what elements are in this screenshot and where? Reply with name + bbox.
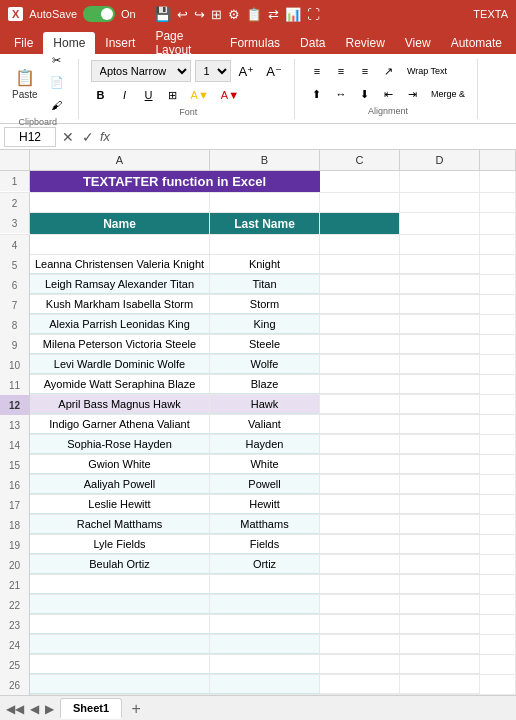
sheet-nav-prev[interactable]: ◀: [28, 702, 41, 716]
formula-confirm-button[interactable]: ✓: [80, 129, 96, 145]
cell-1c[interactable]: [320, 171, 400, 192]
cell-8d[interactable]: [400, 315, 480, 334]
cell-13d[interactable]: [400, 415, 480, 434]
cell-21a[interactable]: [30, 575, 210, 594]
cell-16c[interactable]: [320, 475, 400, 494]
cell-7c[interactable]: [320, 295, 400, 314]
cell-12b[interactable]: Hawk: [210, 395, 320, 414]
cell-11b[interactable]: Blaze: [210, 375, 320, 394]
cell-18c[interactable]: [320, 515, 400, 534]
cell-6a[interactable]: Leigh Ramsay Alexander Titan: [30, 275, 210, 294]
form-icon[interactable]: 📋: [246, 7, 262, 22]
bold-button[interactable]: B: [91, 85, 111, 105]
cell-15a[interactable]: Gwion White: [30, 455, 210, 474]
font-color-button[interactable]: A▼: [217, 85, 243, 105]
cell-22c[interactable]: [320, 595, 400, 614]
cell-1d[interactable]: [400, 171, 480, 192]
formula-cancel-button[interactable]: ✕: [60, 129, 76, 145]
cell-9a[interactable]: Milena Peterson Victoria Steele: [30, 335, 210, 354]
cell-24a[interactable]: [30, 635, 210, 654]
arrows-icon[interactable]: ⇄: [268, 7, 279, 22]
cell-reference-input[interactable]: [4, 127, 56, 147]
cell-19b[interactable]: Fields: [210, 535, 320, 554]
cell-25c[interactable]: [320, 655, 400, 674]
increase-font-button[interactable]: A⁺: [235, 61, 259, 81]
cell-18d[interactable]: [400, 515, 480, 534]
cell-9d[interactable]: [400, 335, 480, 354]
title-cell[interactable]: TEXTAFTER function in Excel: [30, 171, 320, 192]
cell-21c[interactable]: [320, 575, 400, 594]
cell-16b[interactable]: Powell: [210, 475, 320, 494]
tab-data[interactable]: Data: [290, 32, 335, 54]
cell-14a[interactable]: Sophia-Rose Hayden: [30, 435, 210, 454]
underline-button[interactable]: U: [139, 85, 159, 105]
cell-19d[interactable]: [400, 535, 480, 554]
cell-5d[interactable]: [400, 255, 480, 274]
cell-17c[interactable]: [320, 495, 400, 514]
cell-26a[interactable]: [30, 675, 210, 694]
font-size-selector[interactable]: 11: [195, 60, 231, 82]
cell-4c[interactable]: [320, 235, 400, 254]
cell-20d[interactable]: [400, 555, 480, 574]
cell-4b[interactable]: [210, 235, 320, 254]
redo-icon[interactable]: ↪: [194, 7, 205, 22]
cell-13c[interactable]: [320, 415, 400, 434]
cell-26b[interactable]: [210, 675, 320, 694]
cell-2c[interactable]: [320, 193, 400, 212]
sheet-nav-first[interactable]: ◀◀: [4, 702, 26, 716]
undo-icon[interactable]: ↩: [177, 7, 188, 22]
border-button[interactable]: ⊞: [163, 85, 183, 105]
tab-page-layout[interactable]: Page Layout: [145, 32, 220, 54]
cell-10b[interactable]: Wolfe: [210, 355, 320, 374]
cell-21d[interactable]: [400, 575, 480, 594]
cell-19a[interactable]: Lyle Fields: [30, 535, 210, 554]
cell-25d[interactable]: [400, 655, 480, 674]
cell-10d[interactable]: [400, 355, 480, 374]
italic-button[interactable]: I: [115, 85, 135, 105]
table-icon[interactable]: ⊞: [211, 7, 222, 22]
cell-23b[interactable]: [210, 615, 320, 634]
cell-11c[interactable]: [320, 375, 400, 394]
indent-increase-button[interactable]: ⇥: [403, 84, 423, 104]
cell-19c[interactable]: [320, 535, 400, 554]
sheet-nav-next[interactable]: ▶: [43, 702, 56, 716]
chart-icon[interactable]: 📊: [285, 7, 301, 22]
cell-18a[interactable]: Rachel Matthams: [30, 515, 210, 534]
tab-formulas[interactable]: Formulas: [220, 32, 290, 54]
cell-5c[interactable]: [320, 255, 400, 274]
cell-4d[interactable]: [400, 235, 480, 254]
cell-16d[interactable]: [400, 475, 480, 494]
cell-5b[interactable]: Knight: [210, 255, 320, 274]
cell-13b[interactable]: Valiant: [210, 415, 320, 434]
header-name-cell[interactable]: Name: [30, 213, 210, 234]
cell-11a[interactable]: Ayomide Watt Seraphina Blaze: [30, 375, 210, 394]
cell-12d[interactable]: [400, 395, 480, 414]
align-left-button[interactable]: ≡: [307, 61, 327, 81]
cell-24d[interactable]: [400, 635, 480, 654]
cell-11d[interactable]: [400, 375, 480, 394]
cell-26c[interactable]: [320, 675, 400, 694]
cell-7b[interactable]: Storm: [210, 295, 320, 314]
cell-12c[interactable]: [320, 395, 400, 414]
cell-23c[interactable]: [320, 615, 400, 634]
cell-25a[interactable]: [30, 655, 210, 674]
cell-15d[interactable]: [400, 455, 480, 474]
tab-review[interactable]: Review: [335, 32, 394, 54]
copy-button[interactable]: 📄: [46, 73, 68, 93]
save-icon[interactable]: 💾: [154, 6, 171, 22]
cell-3c[interactable]: [320, 213, 400, 234]
cell-9b[interactable]: Steele: [210, 335, 320, 354]
cell-20b[interactable]: Ortiz: [210, 555, 320, 574]
cell-14d[interactable]: [400, 435, 480, 454]
sheet-tab-sheet1[interactable]: Sheet1: [60, 698, 122, 719]
formula-input[interactable]: [114, 128, 512, 146]
orientation-button[interactable]: ↗: [379, 61, 399, 81]
cell-17d[interactable]: [400, 495, 480, 514]
header-lastname-cell[interactable]: Last Name: [210, 213, 320, 234]
cut-button[interactable]: ✂: [46, 51, 68, 71]
bottom-align-button[interactable]: ⬇: [355, 84, 375, 104]
cell-7d[interactable]: [400, 295, 480, 314]
cell-23d[interactable]: [400, 615, 480, 634]
cell-6d[interactable]: [400, 275, 480, 294]
cell-6b[interactable]: Titan: [210, 275, 320, 294]
